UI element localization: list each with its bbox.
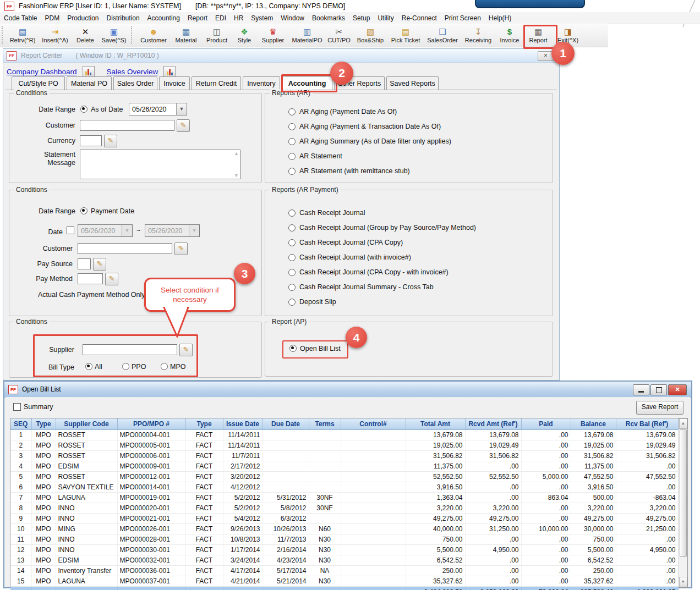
menu-item-hr[interactable]: HR [230,14,247,22]
open-bill-list-radio[interactable] [289,345,297,352]
tab-material-po[interactable]: Material PO [67,76,112,90]
column-header-due-date[interactable]: Due Date [262,418,309,430]
radio-icon[interactable] [288,299,296,306]
column-header-type[interactable]: Type [31,418,56,430]
chevron-down-icon[interactable]: ▼ [176,103,187,115]
customer-input-2[interactable] [78,243,172,254]
insert-button[interactable]: ⇥Insert(^A) [38,24,72,47]
column-header-type[interactable]: Type [185,418,223,430]
save-button[interactable]: ▣Save(^S) [99,24,129,47]
table-row[interactable]: 7MPOLAGUNAMPO000019-001FACT5/2/20125/31/… [10,493,678,503]
top-blue-button[interactable] [475,0,585,8]
radio-icon[interactable] [288,239,296,246]
menu-item-window[interactable]: Window [277,14,308,22]
product-button[interactable]: ◫Product [201,24,232,47]
tab-return-credit[interactable]: Return Credit [192,76,241,90]
date-checkbox[interactable] [67,227,74,234]
menu-item-report[interactable]: Report [184,14,211,22]
column-header-ppo-mpo-[interactable]: PPO/MPO # [117,418,185,430]
salesorder-button[interactable]: ❏SalesOrder [424,24,461,47]
style-button[interactable]: ❖Style [232,24,256,47]
table-row[interactable]: 1MPOROSSETMPO000004-001FACT11/14/201113,… [10,430,678,440]
menu-item-code-table[interactable]: Code Table [0,14,41,22]
table-row[interactable]: 8MPOINNOMPO000020-001FACT5/2/20125/8/201… [10,503,678,514]
customer-button[interactable]: ☻Customer [136,24,171,47]
table-row[interactable]: 14MPOInventory TransferMPO000036-001FACT… [10,566,678,576]
report-option[interactable]: AR Aging Summary (As of Date filter only… [288,137,451,145]
column-header-balance[interactable]: Balance [571,418,616,430]
menu-item-re-connect[interactable]: Re-Connect [398,14,441,22]
toolbar-grip[interactable] [131,26,135,44]
lookup-icon[interactable]: ✎ [93,258,106,271]
customer-input[interactable] [80,120,174,131]
lookup-icon[interactable]: ✎ [177,119,190,132]
report-option[interactable]: Cash Receipt Journal (Group by Pay Sourc… [288,224,476,231]
report-option[interactable]: Cash Receipt Journal (CPA Copy - with in… [288,268,449,276]
maximize-icon[interactable] [650,384,667,395]
column-header-rcvd-amt-ref-[interactable]: Rcvd Amt (Ref') [465,418,521,430]
radio-icon[interactable] [288,209,296,217]
radio-icon[interactable] [288,224,296,231]
menu-item-accounting[interactable]: Accounting [144,14,184,22]
column-header-total-amt[interactable]: Total Amt [406,418,465,430]
report-option[interactable]: AR Statement (with remittance stub) [288,167,410,175]
radio-icon[interactable] [288,269,296,276]
link-sales-overview[interactable]: Sales Overview [107,68,158,76]
boxship-button[interactable]: ▧Box&Ship [353,24,387,47]
table-row[interactable]: 4MPOEDSIMMPO000009-001FACT2/17/201211,37… [10,461,678,472]
lookup-icon[interactable]: ✎ [105,273,118,285]
bill-type-radio-all[interactable] [85,363,92,370]
pay-source-input[interactable] [78,258,91,269]
menu-item-pdm[interactable]: PDM [41,14,64,22]
save-report-button[interactable]: Save Report [636,401,683,415]
as-of-date-select[interactable]: 05/26/2020▼ [129,103,187,115]
table-header-row[interactable]: SEQTypeSupplier CodePPO/MPO #TypeIssue D… [10,418,678,430]
menu-item-setup[interactable]: Setup [349,14,374,22]
radio-icon[interactable] [288,168,296,175]
radio-icon[interactable] [288,153,296,160]
table-row[interactable]: 13MPOEDSIMMPO000032-001FACT3/24/20144/23… [10,555,678,566]
scroll-down-icon[interactable]: ▼ [234,173,239,178]
report-center-titlebar[interactable]: FF Report Center ( Window ID : W_RPT0010… [3,49,559,63]
supplier-button[interactable]: ♛Supplier [256,24,289,47]
materialpo-button[interactable]: ▥MaterialPO [289,24,325,47]
table-row[interactable]: 5MPOROSSETMPO000012-001FACT3/20/201252,5… [10,472,678,482]
report-option[interactable]: Deposit Slip [288,298,336,306]
scroll-down-icon[interactable]: ▼ [679,577,688,587]
column-header-terms[interactable]: Terms [309,418,341,430]
radio-icon[interactable] [288,123,296,130]
tab-accounting[interactable]: Accounting [282,76,332,90]
menu-item-help-h-[interactable]: Help(H) [485,14,515,22]
table-row[interactable]: 12MPOINNOMPO000030-001FACT1/17/20142/16/… [10,545,678,555]
radio-icon[interactable] [288,284,296,291]
table-row[interactable]: 2MPOROSSETMPO000005-001FACT11/14/201119,… [10,440,678,451]
menu-item-distribution[interactable]: Distribution [103,14,144,22]
tab-cut-style-po[interactable]: Cut/Style PO [12,76,65,90]
table-row[interactable]: 11MPOINNOMPO000028-001FACT10/8/201311/7/… [10,534,678,545]
report-option[interactable]: AR Aging (Payment & Transaction Date As … [288,123,441,130]
supplier-input[interactable] [83,344,177,355]
retrv-button[interactable]: ▤Retrv(^R) [7,24,38,47]
radio-icon[interactable] [288,254,296,261]
bill-type-radio-mpo[interactable] [161,363,168,370]
open-bill-list-titlebar[interactable]: FF Open Bill List ✕ [4,382,691,398]
currency-input[interactable] [80,135,102,146]
report-option[interactable]: Cash Receipt Journal (CPA Copy) [288,239,403,246]
table-row[interactable]: 10MPOMINGMPO000026-001FACT9/26/201310/26… [10,524,678,534]
report-option[interactable]: AR Statement [288,152,342,160]
table-row[interactable]: 9MPOINNOMPO000021-001FACT5/4/20126/3/201… [10,514,678,524]
report-option[interactable]: Cash Receipt Journal Summary - Cross Tab [288,283,434,291]
column-header-supplier-code[interactable]: Supplier Code [56,418,117,430]
report-option[interactable]: AR Aging (Payment Date As Of) [288,108,397,115]
scroll-up-icon[interactable]: ▲ [234,151,239,156]
report-option[interactable]: Cash Receipt Journal [288,209,365,217]
menu-item-print-screen[interactable]: Print Screen [441,14,485,22]
report-button[interactable]: ▦Report [524,24,553,47]
table-row[interactable]: 6MPOSAVYON TEXTILEMPO000014-001FACT4/12/… [10,482,678,493]
chart-icon[interactable] [163,66,176,77]
column-header-paid[interactable]: Paid [521,418,571,430]
tab-sales-order[interactable]: Sales Order [113,76,157,90]
menu-item-edi[interactable]: EDI [211,14,230,22]
toolbar-grip[interactable] [2,26,6,44]
menu-item-system[interactable]: System [247,14,277,22]
